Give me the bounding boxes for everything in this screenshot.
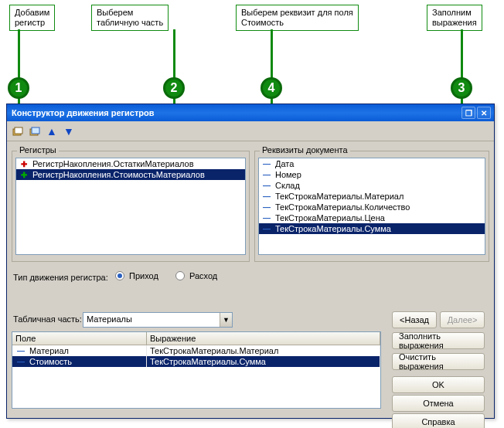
register-item[interactable]: ✚РегистрНакопления.ОстаткиМатериалов (16, 158, 245, 169)
grid-header-field[interactable]: Поле (12, 332, 147, 345)
doc-attribute-item[interactable]: —ТекСтрокаМатериалы.Сумма (259, 223, 485, 234)
back-button[interactable]: <Назад (392, 311, 437, 328)
ok-button[interactable]: OK (392, 376, 485, 393)
next-button[interactable]: Далее> (440, 311, 485, 328)
doc-attribute-label: ТекСтрокаМатериалы.Материал (275, 192, 404, 201)
attribute-icon: — (261, 202, 272, 212)
tabular-part-label: Табличная часть: (13, 314, 82, 324)
radio-income-label: Приход (129, 271, 158, 280)
titlebar-close-button[interactable]: ✕ (477, 107, 491, 119)
register-item-label: РегистрНакопления.ОстаткиМатериалов (32, 159, 194, 168)
radio-income[interactable]: Приход (115, 271, 158, 280)
registers-listbox[interactable]: ✚РегистрНакопления.ОстаткиМатериалов✚Рег… (15, 158, 246, 255)
registers-group-title: Регистры (17, 145, 59, 155)
titlebar-restore-button[interactable]: ❐ (461, 107, 475, 119)
doc-attribute-label: Склад (275, 181, 300, 190)
callout-3: Заполним выражения (427, 5, 482, 31)
attribute-icon: — (261, 192, 272, 201)
grid-field-label: Стоимость (29, 357, 72, 366)
registers-group: Регистры ✚РегистрНакопления.ОстаткиМатер… (12, 151, 250, 262)
help-button[interactable]: Справка (392, 413, 485, 428)
register-item-label: РегистрНакопления.СтоимостьМатериалов (32, 170, 205, 179)
attribute-icon: — (261, 213, 272, 222)
grid-cell-expression: ТекСтрокаМатериалы.Сумма (147, 356, 380, 367)
grid-cell-field: —Материал (12, 345, 147, 356)
doc-attribute-label: Номер (275, 170, 301, 179)
grid-header: Поле Выражение (12, 332, 380, 345)
window-title: Конструктор движения регистров (12, 108, 155, 117)
doc-attribute-label: Дата (275, 159, 294, 168)
callout-4: Выберем реквизит для поля Стоимость (236, 5, 359, 31)
doc-attribute-item[interactable]: —Дата (259, 158, 485, 169)
marker-1: 1 (8, 77, 29, 99)
dialog-constructor: Конструктор движения регистров ❐ ✕ ▲ ▼ Р… (6, 104, 495, 419)
grid-field-label: Материал (29, 346, 69, 355)
tabular-part-combo[interactable]: Материалы ▼ (83, 312, 233, 328)
field-icon: — (15, 346, 26, 355)
toolbar: ▲ ▼ (7, 121, 494, 141)
callout-2: Выберем табличную часть (91, 5, 169, 31)
svg-rect-1 (15, 127, 22, 134)
marker-3: 3 (451, 77, 472, 99)
doc-attribute-item[interactable]: —Склад (259, 180, 485, 191)
marker-4: 4 (261, 77, 282, 99)
arrow-down-icon[interactable]: ▼ (63, 125, 75, 138)
doc-attribute-label: ТекСтрокаМатериалы.Количество (275, 202, 410, 212)
radio-income-dot (115, 271, 124, 280)
combo-dropdown-icon[interactable]: ▼ (220, 313, 232, 327)
register-icon: ✚ (19, 159, 29, 168)
clear-expressions-button[interactable]: Очистить выражения (392, 353, 485, 370)
toolbar-icon-2[interactable] (29, 125, 41, 138)
doc-attribute-item[interactable]: —Номер (259, 169, 485, 180)
cancel-button[interactable]: Отмена (392, 395, 485, 412)
doc-attribute-label: ТекСтрокаМатериалы.Цена (275, 213, 385, 222)
attribute-icon: — (261, 170, 272, 179)
doc-attributes-listbox[interactable]: —Дата—Номер—Склад—ТекСтрокаМатериалы.Мат… (258, 158, 485, 255)
titlebar[interactable]: Конструктор движения регистров ❐ ✕ (7, 104, 494, 121)
grid-row[interactable]: —МатериалТекСтрокаМатериалы.Материал (12, 345, 380, 356)
marker-2: 2 (163, 77, 185, 99)
dialog-body: ▲ ▼ Регистры ✚РегистрНакопления.ОстаткиМ… (7, 121, 494, 418)
doc-attribute-item[interactable]: —ТекСтрокаМатериалы.Количество (259, 202, 485, 212)
doc-attribute-item[interactable]: —ТекСтрокаМатериалы.Материал (259, 191, 485, 202)
register-item[interactable]: ✚РегистрНакопления.СтоимостьМатериалов (16, 169, 245, 180)
expressions-grid[interactable]: Поле Выражение —МатериалТекСтрокаМатериа… (12, 331, 381, 409)
fill-expressions-button[interactable]: Заполнить выражения (392, 332, 485, 349)
radio-expense-dot (175, 271, 185, 280)
doc-attribute-label: ТекСтрокаМатериалы.Сумма (275, 224, 391, 233)
movement-type-label: Тип движения регистра: (13, 273, 108, 282)
attribute-icon: — (261, 224, 272, 233)
toolbar-icon-1[interactable] (12, 125, 24, 138)
grid-cell-expression: ТекСтрокаМатериалы.Материал (147, 345, 380, 356)
register-icon: ✚ (19, 170, 29, 179)
tabular-part-value: Материалы (83, 313, 220, 327)
grid-cell-field: —Стоимость (12, 356, 147, 367)
attribute-icon: — (261, 181, 272, 190)
grid-row[interactable]: —СтоимостьТекСтрокаМатериалы.Сумма (12, 356, 380, 367)
arrow-up-icon[interactable]: ▲ (46, 125, 58, 138)
field-icon: — (15, 357, 26, 366)
grid-header-expression[interactable]: Выражение (147, 332, 380, 345)
attribute-icon: — (261, 159, 272, 168)
radio-expense-label: Расход (189, 271, 217, 280)
doc-attributes-group: Реквизиты документа —Дата—Номер—Склад—Те… (254, 151, 489, 262)
callout-1: Добавим регистр (9, 5, 55, 31)
radio-expense[interactable]: Расход (175, 271, 217, 280)
doc-attribute-item[interactable]: —ТекСтрокаМатериалы.Цена (259, 212, 485, 223)
doc-attributes-group-title: Реквизиты документа (260, 145, 350, 155)
svg-rect-3 (32, 127, 39, 134)
